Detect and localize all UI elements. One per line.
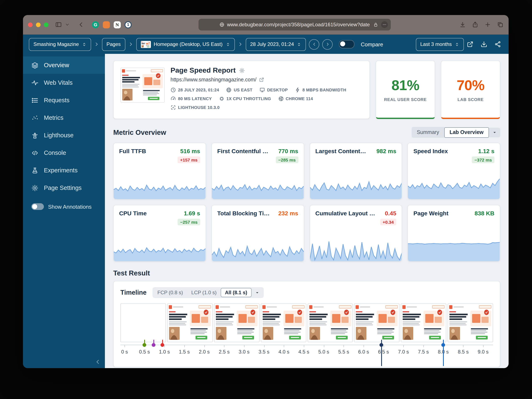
grammarly-extension-icon[interactable]: G [92, 21, 99, 28]
metric-card-page-weight[interactable]: Page Weight838 KB [408, 205, 500, 262]
summary-tab[interactable]: Summary [412, 127, 444, 138]
show-annotations-toggle[interactable] [31, 203, 44, 210]
test-date-selector[interactable]: 28 July 2023, 01:24 [246, 38, 306, 51]
axis-label: 2.5 s [219, 349, 230, 355]
address-bar[interactable]: www.debugbear.com/project/358/pageLoad/1… [198, 19, 391, 31]
sidebar-toggle-icon[interactable] [55, 21, 62, 28]
breadcrumb-separator-icon [94, 42, 99, 47]
project-name: Smashing Magazine [33, 41, 79, 47]
lab-score-label: LAB SCORE [458, 97, 484, 102]
chevron-down-icon[interactable] [65, 23, 69, 27]
lab-overview-tab[interactable]: Lab Overview [444, 127, 489, 137]
orange-extension-icon[interactable] [103, 21, 110, 28]
real-user-score-label: REAL USER SCORE [384, 97, 427, 102]
metric-card-total-blocking-time[interactable]: Total Blocking Ti…232 ms [211, 205, 304, 262]
axis-tick [383, 345, 384, 347]
timeline-frame[interactable] [448, 303, 493, 342]
metric-card-first-contentful-paint[interactable]: First Contentful …770 ms −285 ms [211, 143, 304, 199]
back-button[interactable] [78, 21, 84, 28]
compare-toggle[interactable] [339, 40, 355, 49]
sidebar-item-page-settings[interactable]: Page Settings [23, 179, 105, 196]
metric-card-largest-contentful-paint[interactable]: Largest Content…982 ms [310, 143, 402, 199]
previous-test-button[interactable] [309, 39, 319, 49]
metric-card-cpu-time[interactable]: CPU Time1.69 s −257 ms [113, 205, 206, 262]
external-link-icon[interactable] [259, 77, 264, 82]
new-tab-button[interactable] [484, 21, 491, 28]
onepassword-extension-icon[interactable]: 1 [125, 21, 132, 28]
close-window-button[interactable] [28, 22, 33, 27]
metric-grid: Full TTFB516 ms +157 ms First Contentful… [113, 143, 500, 262]
content-area: Page Speed Report https://www.smashingma… [105, 54, 509, 368]
sidebar-item-overview[interactable]: Overview [23, 56, 105, 74]
axis-tick [125, 345, 125, 347]
sidebar-item-metrics[interactable]: Metrics [23, 109, 105, 126]
timeline-frame[interactable] [354, 303, 400, 342]
timeline-heading: Timeline [120, 289, 146, 296]
sort-chevrons-icon [297, 42, 302, 47]
meta-bandwidth: 8 MBPS BANDWIDTH [302, 88, 346, 92]
metric-sparkline [212, 239, 304, 261]
metric-value: 982 ms [377, 148, 396, 154]
timeline-tab-fcp[interactable]: FCP (0.8 s) [153, 288, 187, 297]
timeline-frame[interactable] [120, 303, 166, 342]
timeline-frame[interactable] [307, 303, 353, 342]
metric-value: 1.12 s [478, 148, 494, 154]
cpu-chip-icon [219, 96, 224, 101]
page-options-button[interactable] [381, 21, 388, 28]
screen: G N 1 www.debugbear.com/project/358/page… [0, 0, 532, 399]
metric-card-cumulative-layout-shift[interactable]: Cumulative Layout …0.45 +0.34 [310, 205, 402, 262]
timeline-frame[interactable] [167, 303, 213, 342]
download-icon[interactable] [481, 41, 487, 48]
notion-extension-icon[interactable]: N [114, 21, 121, 28]
collapse-sidebar-button[interactable] [95, 359, 101, 365]
timeline-tab-group: FCP (0.8 s) LCP (1.0 s) All (8.1 s) [152, 287, 264, 298]
sidebar-item-experiments[interactable]: Experiments [23, 161, 105, 179]
sidebar-item-label: Requests [44, 97, 70, 104]
downloads-button[interactable] [459, 21, 466, 28]
axis-label: 2.0 s [199, 349, 209, 355]
axis-label: 1.0 s [159, 349, 170, 355]
timeline-tab-lcp[interactable]: LCP (1.0 s) [187, 288, 221, 297]
metric-delta-badge: +0.34 [380, 219, 396, 225]
chevron-right-icon [326, 42, 330, 46]
metric-name: Full TTFB [119, 148, 146, 154]
page-selector[interactable]: Homepage (Desktop, US East) [136, 38, 235, 51]
toolbar-actions [459, 21, 504, 28]
axis-tick [364, 345, 364, 347]
breadcrumb-pages[interactable]: Pages [102, 38, 125, 51]
sidebar-item-requests[interactable]: Requests [23, 92, 105, 109]
open-external-icon[interactable] [467, 41, 474, 48]
project-selector[interactable]: Smashing Magazine [29, 38, 91, 51]
report-url[interactable]: https://www.smashingmagazine.com/ [171, 77, 256, 83]
report-page-thumbnail [120, 68, 165, 103]
metric-name: Cumulative Layout … [315, 210, 375, 217]
share-icon[interactable] [494, 41, 501, 48]
timeline-frame[interactable] [401, 303, 447, 342]
tab-overview-button[interactable] [497, 21, 504, 28]
date-range-label: Last 3 months [420, 41, 452, 47]
sidebar-item-lighthouse[interactable]: Lighthouse [23, 126, 105, 144]
timeline-frame[interactable] [260, 303, 306, 342]
caret-down-icon [255, 290, 259, 295]
metric-card-speed-index[interactable]: Speed Index1.12 s −372 ms [408, 143, 500, 199]
minimize-window-button[interactable] [36, 22, 41, 27]
sort-chevrons-icon [455, 42, 459, 47]
sidebar-item-console[interactable]: Console [23, 144, 105, 161]
sidebar-item-web-vitals[interactable]: Web Vitals [23, 74, 105, 92]
axis-tick [404, 345, 404, 347]
zoom-window-button[interactable] [44, 22, 49, 27]
next-test-button[interactable] [323, 39, 333, 49]
timeline-frame[interactable] [214, 303, 260, 342]
metric-value: 232 ms [278, 210, 298, 217]
timeline-tab-dropdown[interactable] [251, 289, 263, 296]
metric-card-full-ttfb[interactable]: Full TTFB516 ms +157 ms [113, 143, 206, 199]
window-controls [28, 22, 49, 27]
date-range-selector[interactable]: Last 3 months [416, 38, 464, 51]
test-result-heading: Test Result [113, 269, 500, 277]
share-button[interactable] [472, 21, 479, 28]
breadcrumb-separator-icon [238, 42, 243, 47]
axis-tick [324, 345, 324, 347]
overview-mode-dropdown[interactable] [489, 128, 500, 137]
report-settings-gear-icon[interactable] [239, 68, 245, 74]
timeline-tab-all[interactable]: All (8.1 s) [221, 288, 251, 297]
